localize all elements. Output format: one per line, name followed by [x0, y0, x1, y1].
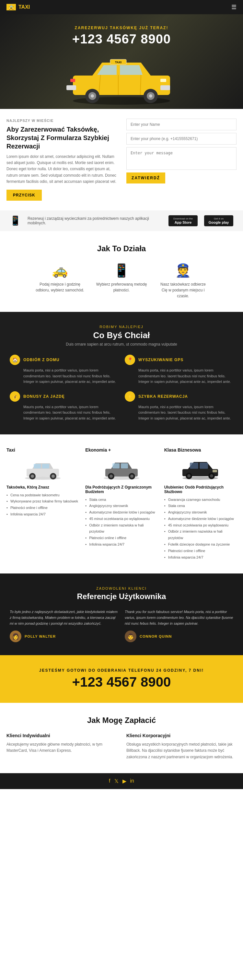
best-label: NAJLEPSZY W MIEŚCIE	[6, 119, 117, 123]
app-download-section: 📱 Rezerwuj i zarządzaj wycieczkami za po…	[0, 210, 243, 231]
svg-rect-41	[213, 470, 217, 473]
svg-rect-27	[113, 463, 119, 468]
features-subtitle: Duis ornare sapien at arcu rutrum, ut co…	[10, 342, 233, 347]
svg-point-12	[149, 94, 152, 97]
phone-input[interactable]	[126, 133, 237, 145]
individual-text: Akceptujemy wszystkie główne metody płat…	[6, 741, 117, 754]
pricing-economy-heading: Ekonomia +	[85, 447, 157, 453]
eco-item-5: Odbiór z imieniem nazwiska w hali przylo…	[85, 522, 157, 535]
pricing-card-economy: Ekonomia + Dla Podróżujących Z Ograniczo…	[85, 447, 157, 561]
testimonials-heading: Referencje Użytkownika	[10, 592, 233, 601]
testimonial-2-text: Thank you for such fabulous service! Mau…	[125, 609, 233, 626]
corporate-heading: Klienci Korporacyjni	[126, 733, 237, 738]
how-works-heading: Jak To Działa	[6, 244, 237, 253]
svg-rect-19	[34, 464, 41, 468]
app-store-button[interactable]: Download on the App Store	[168, 215, 198, 226]
feature-4-icon: ⚡	[125, 391, 135, 402]
step-2-icon: 📱	[95, 263, 148, 278]
step-3-text: Nasz taksówkarz odbierze Cię w podanym m…	[157, 282, 209, 299]
pricing-taxi-subheading: Taksówka, Którą Znasz	[6, 485, 79, 490]
header: 🚖 TAXI ☰	[0, 0, 243, 14]
appstore-main-text: App Store	[175, 220, 192, 224]
message-input[interactable]	[126, 147, 237, 170]
taxi-item-3: Płatności online i offline	[6, 505, 79, 511]
svg-point-9	[91, 94, 94, 97]
testimonials-section: ZADOWOLENI KLIENCI Referencje Użytkownik…	[0, 573, 243, 655]
feature-3: 💰 BONUSY ZA JAZDĘ Mauris porta, nisi a p…	[10, 391, 118, 422]
eco-item-2: Anglojęzyczny sterownik	[85, 503, 157, 509]
pricing-economy-list: Stała cena Anglojęzyczny sterownik Autom…	[85, 496, 157, 548]
svg-rect-35	[190, 463, 198, 469]
features-section: ROBIMY NAJLEPIEJ Co Byś Chciał Duis orna…	[0, 312, 243, 434]
cta-section: JESTEŚMY GOTOWI DO ODEBRANIA TELEFONU 24…	[0, 655, 243, 703]
testimonial-1-author: 👩 POLLY WALTER	[10, 630, 118, 642]
feature-1: 🏠 ODBIÓR Z DOMU Mauris porta, nisi a por…	[10, 355, 118, 385]
pricing-economy-car	[85, 456, 157, 482]
testimonial-1: To było jedno z najlepszych doświadczeń,…	[10, 609, 118, 642]
facebook-icon[interactable]: f	[109, 778, 110, 784]
submit-button[interactable]: ZATWIERDŹ	[126, 172, 165, 183]
features-grid: 🏠 ODBIÓR Z DOMU Mauris porta, nisi a por…	[10, 355, 233, 422]
step-3: 👮 Nasz taksówkarz odbierze Cię w podanym…	[157, 263, 209, 299]
step-2: 📱 Wybierz preferowaną metodę płatności.	[95, 263, 148, 299]
biz-item-3: Anglojęzyczny sterownik	[164, 509, 237, 516]
steps-container: 🚕 Podaj miejsce i godzinę odbioru, wybie…	[6, 263, 237, 299]
pricing-economy-subheading: Dla Podróżujących Z Ograniczonym Budżete…	[85, 485, 157, 494]
payment-section: Jak Mogę Zapłacić Klienci Indywidualni A…	[0, 703, 243, 773]
biz-item-1: Gwarancja czarnego samochodu	[164, 496, 237, 503]
features-heading: Co Byś Chciał	[10, 330, 233, 340]
googleplay-top-text: Get it on	[214, 217, 224, 220]
svg-rect-20	[42, 464, 49, 468]
hero-car-image: TAXI	[54, 43, 189, 109]
booking-button[interactable]: PRZYCISK	[6, 189, 42, 200]
biz-item-4: Automatyczne śledzenie lotów i pociągów	[164, 516, 237, 522]
step-3-icon: 👮	[157, 263, 209, 278]
individual-heading: Klienci Indywidualni	[6, 733, 117, 738]
author-1-name: POLLY WALTER	[25, 635, 56, 638]
booking-form: ZATWIERDŹ	[126, 119, 237, 200]
eco-item-7: Infolinia wsparcia 24/7	[85, 541, 157, 548]
svg-rect-5	[160, 85, 170, 90]
google-play-button[interactable]: Get it on Google play	[204, 215, 233, 226]
pricing-grid: Taxi Taksówka, Którą Znasz Cena na podst…	[6, 447, 237, 561]
pricing-card-taxi: Taxi Taksówka, Którą Znasz Cena na podst…	[6, 447, 79, 561]
name-input[interactable]	[126, 119, 237, 130]
phone-icon: 📱	[10, 215, 21, 226]
feature-3-icon: 💰	[10, 391, 20, 402]
youtube-icon[interactable]: ▶	[122, 778, 126, 784]
svg-rect-6	[67, 85, 76, 90]
pricing-taxi-list: Cena na podstawie taksometru Wykonywane …	[6, 492, 79, 518]
how-works-section: Jak To Działa 🚕 Podaj miejsce i godzinę …	[0, 231, 243, 312]
svg-point-24	[51, 475, 55, 478]
payment-heading: Jak Mogę Zapłacić	[6, 716, 237, 725]
svg-rect-36	[200, 463, 208, 469]
pricing-taxi-car	[6, 456, 79, 482]
twitter-icon[interactable]: 𝕏	[114, 778, 119, 784]
linkedin-icon[interactable]: in	[130, 778, 134, 784]
testimonial-2: Thank you for such fabulous service! Mau…	[125, 609, 233, 642]
svg-rect-28	[121, 463, 128, 468]
eco-item-3: Automatyczne śledzenie lotów i pociągów	[85, 509, 157, 516]
eco-item-1: Stała cena	[85, 496, 157, 503]
biz-item-5: 45 minut oczekiwania po wylądowaniu	[164, 522, 237, 529]
appstore-top-text: Download on the	[173, 217, 193, 220]
biz-item-7: Fotelik dziecięce dostępne na życzenie	[164, 541, 237, 548]
biz-item-2: Stała cena	[164, 503, 237, 509]
author-2-name: CONNOR QUINN	[140, 635, 172, 638]
corporate-text: Obsługa wszystkich korporacyjnych metod …	[126, 741, 237, 760]
svg-point-40	[210, 474, 213, 477]
eco-item-6: Płatności online i offline	[85, 535, 157, 541]
biz-item-8: Płatności online i offline	[164, 548, 237, 554]
svg-text:TAXI: TAXI	[115, 60, 122, 64]
testimonial-2-author: 👨 CONNOR QUINN	[125, 630, 233, 642]
feature-3-text: Mauris porta, nisi a porttitor varius, i…	[10, 404, 118, 422]
feature-2-title: WYSZUKIWANIE GPS	[138, 358, 183, 362]
footer: f 𝕏 ▶ in	[0, 773, 243, 789]
feature-2-icon: 📍	[125, 355, 135, 365]
feature-4-title: SZYBKA REZERWACJA	[138, 394, 188, 399]
svg-rect-14	[70, 79, 75, 82]
feature-4: ⚡ SZYBKA REZERWACJA Mauris porta, nisi a…	[125, 391, 233, 422]
menu-toggle[interactable]: ☰	[231, 3, 237, 11]
testimonials-label: ZADOWOLENI KLIENCI	[10, 587, 233, 590]
svg-point-32	[130, 475, 133, 478]
